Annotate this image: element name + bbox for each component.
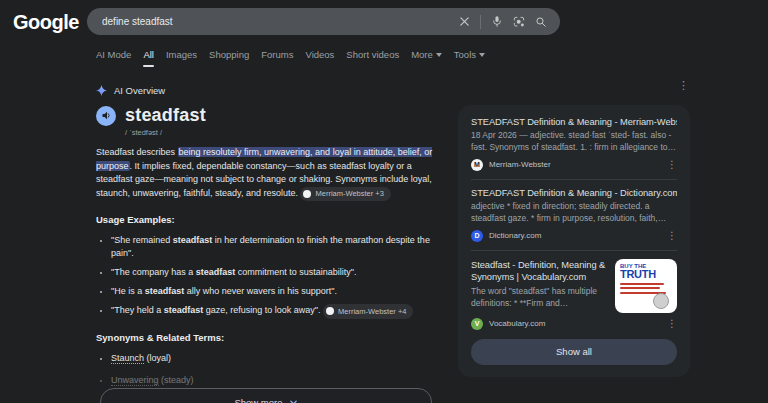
result-snippet: adjective * fixed in direction; steadily… [471, 201, 677, 225]
tab-images[interactable]: Images [166, 49, 197, 65]
sources-panel: STEADFAST Definition & Meaning - Merriam… [458, 105, 690, 377]
tab-shopping[interactable]: Shopping [209, 49, 249, 65]
usage-list: "She remained steadfast in her determina… [96, 234, 433, 319]
source-card[interactable]: Steadfast - Definition, Meaning & Synony… [471, 259, 677, 330]
tab-more[interactable]: More [411, 49, 442, 65]
tab-tools[interactable]: Tools [454, 49, 485, 65]
chevron-down-icon [289, 398, 298, 403]
source-name: Vocabulary.com [489, 319, 545, 328]
result-title[interactable]: STEADFAST Definition & Meaning - Merriam… [471, 117, 677, 127]
card-divider [471, 250, 677, 251]
source-favicon [303, 190, 311, 198]
usage-heading: Usage Examples: [96, 214, 433, 225]
ai-overview-panel: AI Overview steadfast / ˈstedfəst / Stea… [96, 85, 433, 403]
show-more-button[interactable]: Show more [100, 388, 432, 403]
overview-menu-icon[interactable]: ⋮ [678, 80, 689, 91]
search-divider [480, 15, 481, 29]
results-nav: AI Mode All Images Shopping Forums Video… [96, 49, 485, 65]
google-logo[interactable]: Google [13, 11, 79, 34]
synonyms-heading: Synonyms & Related Terms: [96, 332, 433, 343]
vocabulary-favicon: V [471, 318, 483, 330]
tab-all[interactable]: All [143, 49, 154, 65]
source-card[interactable]: STEADFAST Definition & Meaning - Merriam… [471, 117, 677, 171]
card-divider [471, 179, 677, 180]
lens-icon[interactable] [513, 16, 525, 28]
synonym-item: Staunch (loyal) [111, 352, 433, 366]
sparkle-icon [96, 85, 107, 96]
search-bar[interactable] [87, 8, 560, 35]
definition-paragraph: Steadfast describes being resolutely fir… [96, 146, 433, 201]
source-card[interactable]: STEADFAST Definition & Meaning - Diction… [471, 188, 677, 242]
dictionary-favicon: D [471, 230, 483, 242]
search-input[interactable] [87, 16, 459, 27]
pronunciation: / ˈstedfəst / [125, 128, 433, 137]
card-menu-icon[interactable]: ⋮ [667, 159, 677, 170]
card-menu-icon[interactable]: ⋮ [667, 230, 677, 241]
source-chip[interactable]: Merriam-Webster +3 [300, 187, 390, 201]
speaker-icon [101, 110, 112, 121]
chevron-down-icon [436, 53, 442, 57]
pronounce-button[interactable] [96, 106, 116, 126]
mic-icon[interactable] [491, 15, 503, 28]
source-favicon [326, 307, 334, 315]
chevron-down-icon [479, 53, 485, 57]
merriam-webster-favicon: M [471, 159, 483, 171]
result-thumbnail[interactable]: BUY THE TRUTH [615, 259, 677, 313]
result-snippet: The word "steadfast" has multiple defini… [471, 286, 607, 310]
synonym-term[interactable]: Unwavering [111, 375, 159, 386]
tab-short-videos[interactable]: Short videos [346, 49, 399, 65]
synonym-item: Unwavering (steady) [111, 374, 433, 388]
usage-item: "She remained steadfast in her determina… [111, 234, 433, 261]
tab-forums[interactable]: Forums [261, 49, 293, 65]
thumb-decoration [620, 283, 664, 285]
result-snippet: 18 Apr 2026 — adjective. stead·fast ˈste… [471, 130, 677, 154]
usage-item: "He is a steadfast ally who never wavers… [111, 285, 433, 299]
thumb-coin [653, 293, 669, 309]
usage-item: "The company has a steadfast commitment … [111, 266, 433, 280]
word-title: steadfast [125, 105, 206, 126]
result-title[interactable]: STEADFAST Definition & Meaning - Diction… [471, 188, 677, 198]
tab-videos[interactable]: Videos [305, 49, 334, 65]
usage-item: "They held a steadfast gaze, refusing to… [111, 304, 433, 318]
ai-overview-badge: AI Overview [96, 85, 433, 96]
tab-ai-mode[interactable]: AI Mode [96, 49, 131, 65]
result-title[interactable]: Steadfast - Definition, Meaning & Synony… [471, 259, 607, 283]
search-icon[interactable] [535, 16, 547, 28]
definition-pre: Steadfast describes [96, 147, 178, 157]
thumb-decoration [620, 287, 660, 289]
source-name: Merriam-Webster [489, 160, 551, 169]
source-chip[interactable]: Merriam-Webster +4 [323, 304, 413, 318]
clear-icon[interactable] [459, 16, 470, 27]
ai-overview-label: AI Overview [114, 85, 165, 96]
synonym-term[interactable]: Staunch [111, 353, 144, 364]
show-all-button[interactable]: Show all [471, 339, 677, 365]
source-name: Dictionary.com [489, 231, 541, 240]
card-menu-icon[interactable]: ⋮ [667, 318, 677, 329]
